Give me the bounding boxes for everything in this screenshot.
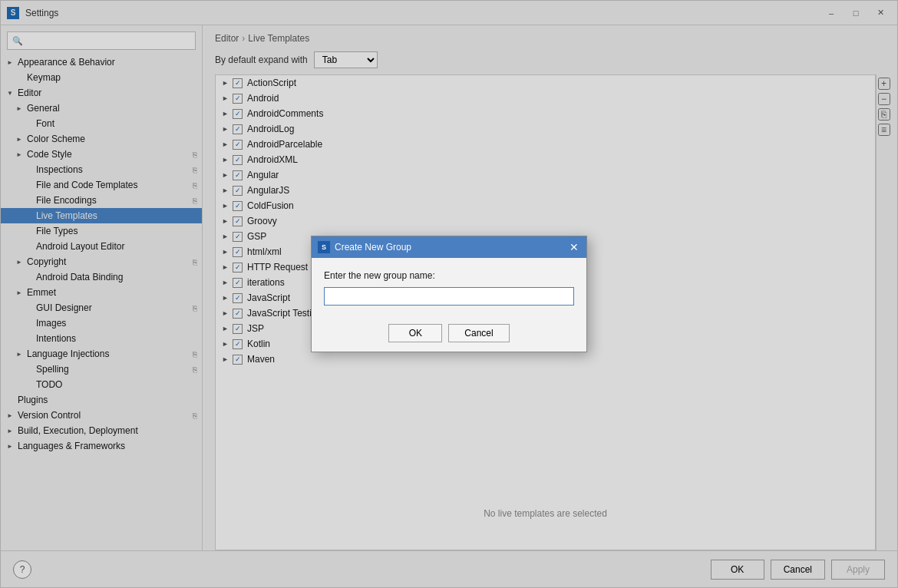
settings-window: S Settings – □ ✕ 🔍 ►Appearance & Behavio… xyxy=(0,0,898,588)
modal-footer: OK Cancel xyxy=(312,318,586,352)
modal-close-button[interactable]: ✕ xyxy=(568,242,580,253)
modal-label: Enter the new group name: xyxy=(324,270,574,281)
modal-body: Enter the new group name: xyxy=(312,258,586,318)
modal-titlebar: S Create New Group ✕ xyxy=(312,236,586,258)
modal-icon: S xyxy=(318,241,330,253)
group-name-input[interactable] xyxy=(324,287,574,306)
modal-overlay: S Create New Group ✕ Enter the new group… xyxy=(1,1,897,587)
modal-title: Create New Group xyxy=(335,242,568,253)
modal-cancel-button[interactable]: Cancel xyxy=(448,324,509,342)
create-group-modal: S Create New Group ✕ Enter the new group… xyxy=(311,236,587,352)
modal-ok-button[interactable]: OK xyxy=(388,324,442,342)
